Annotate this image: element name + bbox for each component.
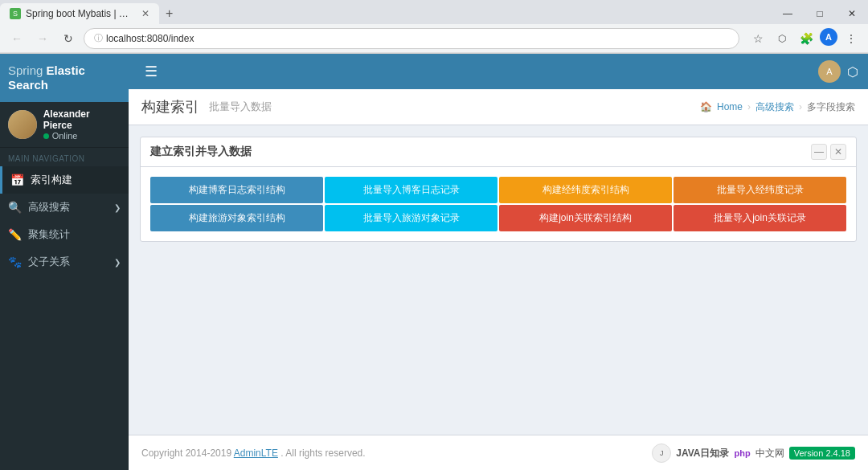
toolbar-icons: ☆ ⬡ 🧩 A ⋮ — [747, 28, 862, 49]
main-area: ☰ A ⬡ 构建索引 批量导入数据 🏠 Home › 高级搜索 › 多字段搜索 — [129, 54, 868, 470]
address-bar: ← → ↻ ⓘ localhost:8080/index ☆ ⬡ 🧩 A ⋮ — [0, 24, 868, 53]
breadcrumb-level1[interactable]: 高级搜索 — [755, 100, 794, 114]
top-navbar: ☰ A ⬡ — [129, 54, 868, 89]
btn-geo-import[interactable]: 批量导入经纬度记录 — [674, 177, 846, 203]
bookmark-icon[interactable]: ☆ — [747, 28, 768, 49]
menu-icon[interactable]: ⋮ — [841, 28, 862, 49]
sidebar-user: Alexander Pierce Online — [0, 102, 129, 148]
page-title: 构建索引 — [141, 97, 199, 116]
btn-blog-import[interactable]: 批量导入博客日志记录 — [325, 177, 497, 203]
adminlte-link[interactable]: AdminLTE — [234, 448, 278, 459]
arrow-icon-2: ❯ — [114, 258, 121, 267]
sidebar-item-index[interactable]: 📅 索引构建 — [0, 166, 129, 194]
close-button[interactable]: ✕ — [836, 2, 868, 26]
breadcrumb-level2: 多字段搜索 — [807, 100, 855, 114]
zhongwen-text: 中文网 — [755, 447, 784, 460]
tab-close-button[interactable]: ✕ — [141, 8, 149, 19]
avatar — [8, 110, 37, 139]
content-header: 构建索引 批量导入数据 🏠 Home › 高级搜索 › 多字段搜索 — [129, 89, 868, 125]
content-body: 建立索引并导入数据 — ✕ 构建博客日志索引结构 批量导入博客日志记录 构建经纬… — [129, 125, 868, 435]
box-header: 建立索引并导入数据 — ✕ — [141, 137, 856, 167]
page-subtitle: 批量导入数据 — [209, 100, 272, 114]
rights-text: . All rights reserved. — [280, 448, 365, 459]
sidebar-item-search[interactable]: 🔍 高级搜索 ❯ — [0, 194, 129, 221]
back-button[interactable]: ← — [6, 28, 27, 49]
maximize-button[interactable]: □ — [804, 2, 836, 26]
collapse-button[interactable]: — — [811, 144, 827, 160]
forward-button[interactable]: → — [32, 28, 53, 49]
tab-favicon: S — [10, 8, 21, 19]
breadcrumb-home[interactable]: Home — [717, 101, 743, 112]
reload-button[interactable]: ↻ — [58, 28, 79, 49]
extension-icon[interactable]: 🧩 — [796, 28, 817, 49]
btn-join-index[interactable]: 构建join关联索引结构 — [499, 205, 672, 231]
app-container: Spring Elastic Search Alexander Pierce O… — [0, 54, 868, 470]
sidebar-item-search-label: 高级搜索 — [28, 200, 70, 215]
navbar-right: A ⬡ — [818, 60, 858, 83]
sidebar-item-index-label: 索引构建 — [31, 173, 72, 187]
footer-copyright: Copyright 2014-2019 AdminLTE . All right… — [141, 448, 366, 459]
box-title: 建立索引并导入数据 — [150, 145, 252, 159]
brand-spring: Spring — [8, 63, 43, 77]
browser-tab[interactable]: S Spring boot Mybatis | sougo... ✕ — [0, 3, 159, 24]
box-body: 构建博客日志索引结构 批量导入博客日志记录 构建经纬度索引结构 批量导入经纬度记… — [141, 167, 856, 241]
breadcrumb: 🏠 Home › 高级搜索 › 多字段搜索 — [700, 100, 855, 114]
version-badge: Version 2.4.18 — [789, 447, 855, 460]
share-icon[interactable]: ⬡ — [847, 64, 858, 80]
url-bar[interactable]: ⓘ localhost:8080/index — [84, 28, 739, 49]
btn-travel-index[interactable]: 构建旅游对象索引结构 — [150, 205, 323, 231]
home-icon: 🏠 — [700, 101, 712, 112]
footer: Copyright 2014-2019 AdminLTE . All right… — [129, 435, 868, 470]
status-dot — [43, 133, 49, 139]
btn-geo-index[interactable]: 构建经纬度索引结构 — [499, 177, 672, 203]
navbar-avatar[interactable]: A — [818, 60, 841, 83]
sidebar-item-parent[interactable]: 🐾 父子关系 ❯ — [0, 248, 129, 276]
sidebar-brand: Spring Elastic Search — [0, 54, 129, 102]
nav-label: MAIN NAVIGATION — [0, 148, 129, 166]
url-text: localhost:8080/index — [106, 33, 194, 44]
sidebar: Spring Elastic Search Alexander Pierce O… — [0, 54, 129, 470]
user-status: Online — [43, 131, 121, 141]
java-logo-circle: J — [652, 443, 671, 463]
edit-icon: ✏️ — [8, 228, 22, 241]
calendar-icon: 📅 — [10, 174, 24, 186]
tab-bar: S Spring boot Mybatis | sougo... ✕ + — □… — [0, 0, 868, 24]
tab-title: Spring boot Mybatis | sougo... — [26, 8, 130, 19]
user-info: Alexander Pierce Online — [43, 108, 121, 141]
new-tab-button[interactable]: + — [159, 6, 179, 21]
sidebar-item-stats-label: 聚集统计 — [28, 227, 70, 242]
search-icon: 🔍 — [8, 201, 22, 214]
btn-travel-import[interactable]: 批量导入旅游对象记录 — [325, 205, 497, 231]
sidebar-item-parent-label: 父子关系 — [28, 255, 70, 269]
box-tools: — ✕ — [811, 144, 846, 160]
close-box-button[interactable]: ✕ — [830, 144, 846, 160]
index-box: 建立索引并导入数据 — ✕ 构建博客日志索引结构 批量导入博客日志记录 构建经纬… — [140, 137, 857, 242]
user-name: Alexander Pierce — [43, 108, 121, 131]
java-text: JAVA日知录 — [676, 447, 729, 460]
button-grid: 构建博客日志索引结构 批量导入博客日志记录 构建经纬度索引结构 批量导入经纬度记… — [150, 177, 846, 231]
arrow-icon: ❯ — [114, 203, 121, 212]
btn-blog-index[interactable]: 构建博客日志索引结构 — [150, 177, 323, 203]
copyright-text: Copyright 2014-2019 — [141, 448, 231, 459]
cast-icon[interactable]: ⬡ — [772, 28, 792, 49]
browser-user-avatar[interactable]: A — [820, 28, 837, 46]
btn-join-import[interactable]: 批量导入join关联记录 — [674, 205, 846, 231]
footer-right: J JAVA日知录 php 中文网 Version 2.4.18 — [652, 443, 855, 463]
sidebar-item-stats[interactable]: ✏️ 聚集统计 — [0, 221, 129, 248]
browser-chrome: S Spring boot Mybatis | sougo... ✕ + — □… — [0, 0, 868, 54]
brand-text: Spring Elastic Search — [8, 63, 121, 92]
minimize-button[interactable]: — — [772, 2, 804, 26]
paw-icon: 🐾 — [8, 255, 22, 268]
status-text: Online — [52, 131, 78, 141]
avatar-image — [8, 110, 37, 139]
php-text: php — [734, 448, 750, 458]
sidebar-toggle[interactable]: ☰ — [138, 59, 164, 84]
page-title-area: 构建索引 批量导入数据 — [141, 97, 272, 116]
window-controls: — □ ✕ — [772, 2, 868, 26]
